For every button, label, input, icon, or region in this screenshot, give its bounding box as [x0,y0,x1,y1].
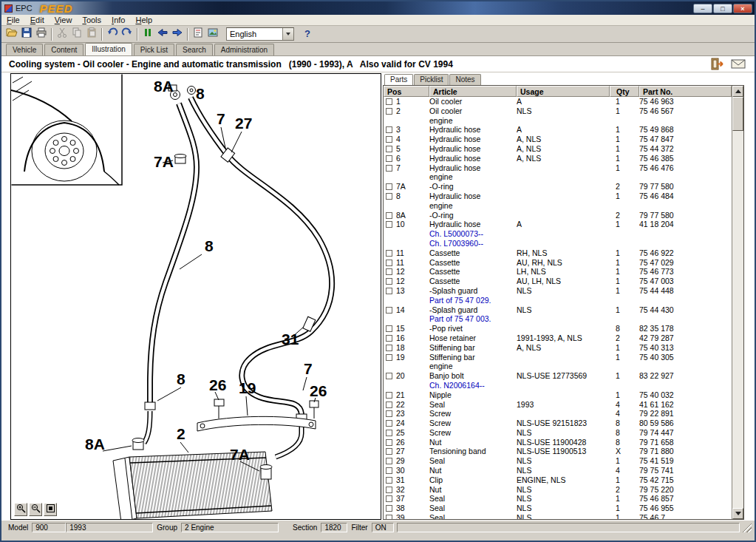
mail-button[interactable] [731,58,746,70]
row-checkbox[interactable] [386,126,392,133]
table-row[interactable]: 8A-O-ring279 77 580 [384,211,732,220]
row-checkbox[interactable] [386,325,392,332]
tab-administration[interactable]: Administration [214,44,274,55]
row-checkbox[interactable] [386,458,392,464]
table-row[interactable]: 2Oil coolerengineNLS175 46 567 [384,106,732,126]
row-checkbox[interactable] [386,402,392,408]
row-checkbox[interactable] [386,155,392,162]
minimize-button[interactable]: – [693,4,712,13]
forward-button[interactable] [170,27,185,41]
column-header-usage[interactable]: Usage [517,86,610,97]
fit-view-button[interactable] [44,503,57,516]
table-row[interactable]: 7Hydraulic hoseengine175 46 476 [384,163,732,183]
print-button[interactable] [34,27,49,41]
language-select[interactable]: English [226,27,294,41]
table-row[interactable]: 12CassetteAU, LH, NLS175 47 003 [384,277,732,286]
menu-help[interactable]: Help [130,16,157,24]
zoom-in-button[interactable] [14,503,27,516]
table-row[interactable]: 13-Splash guardPart of 75 47 029.NLS175 … [384,286,732,305]
table-row[interactable]: 20Banjo boltCh. N2006164--NLS-USE 127735… [384,371,732,390]
row-checkbox[interactable] [386,278,392,285]
row-checkbox[interactable] [386,307,392,314]
redo-button[interactable] [120,27,134,41]
table-row[interactable]: 39SealNLS175 46 7 [384,513,732,519]
table-row[interactable]: 8Hydraulic hoseengine175 46 484 [384,192,732,211]
menu-info[interactable]: Info [106,16,130,24]
parts-scrollbar[interactable] [732,86,743,519]
table-row[interactable]: 5Hydraulic hoseA, NLS175 44 372 [384,144,732,154]
row-checkbox[interactable] [386,221,392,228]
row-checkbox[interactable] [386,288,392,294]
row-checkbox[interactable] [386,448,392,455]
image-view-button[interactable] [205,27,220,41]
open-button[interactable] [4,27,19,41]
scrollbar-thumb[interactable] [732,97,743,131]
row-checkbox[interactable] [386,345,392,351]
table-row[interactable]: 6Hydraulic hoseA, NLS175 46 385 [384,154,732,163]
menu-view[interactable]: View [50,16,78,24]
pause-button[interactable] [140,27,155,41]
article-link[interactable]: Part of 75 47 003. [429,314,517,324]
row-checkbox[interactable] [386,354,392,361]
close-button[interactable]: × [733,4,752,13]
column-header-partno[interactable]: Part No. [639,86,732,97]
table-row[interactable]: 23Screw479 22 891 [384,409,732,419]
table-row[interactable]: 26NutNLS-USE 11900428879 71 658 [384,438,732,447]
article-link[interactable]: Ch. N2006164-- [429,381,517,390]
row-checkbox[interactable] [386,108,392,115]
row-checkbox[interactable] [386,495,392,502]
scroll-up-button[interactable] [732,86,743,97]
table-row[interactable]: 32NutNLS279 75 220 [384,485,732,495]
parts-tab-picklist[interactable]: Picklist [414,74,449,85]
row-checkbox[interactable] [386,515,392,519]
scroll-down-button[interactable] [732,508,743,519]
table-row[interactable]: 1Oil coolerA175 46 963 [384,97,732,106]
row-checkbox[interactable] [386,193,392,200]
back-button[interactable] [155,27,170,41]
undo-button[interactable] [105,27,120,41]
tab-content[interactable]: Content [44,44,84,55]
row-checkbox[interactable] [386,439,392,446]
table-row[interactable]: 37SealNLS175 46 857 [384,494,732,504]
cut-button[interactable] [55,27,69,41]
table-row[interactable]: 12CassetteLH, NLS175 46 773 [384,267,732,277]
table-row[interactable]: 11CassetteRH, NLS175 46 922 [384,248,732,258]
row-checkbox[interactable] [386,136,392,143]
table-row[interactable]: 18Stiffening barA, NLS175 40 313 [384,343,732,353]
row-checkbox[interactable] [386,477,392,484]
table-row[interactable]: 15-Pop rivet882 35 178 [384,324,732,333]
table-row[interactable]: 10Hydraulic hoseCh. L5000073--Ch. L70039… [384,220,732,248]
paste-button[interactable] [84,27,99,41]
maximize-button[interactable]: □ [713,4,732,13]
table-row[interactable]: 3Hydraulic hoseA175 49 868 [384,125,732,135]
menu-file[interactable]: File [1,16,25,24]
row-checkbox[interactable] [386,392,392,399]
article-link[interactable]: Part of 75 47 029. [429,296,517,305]
column-header-article[interactable]: Article [429,86,517,97]
save-button[interactable] [19,27,34,41]
table-row[interactable]: 38SealNLS175 46 955 [384,504,732,513]
row-checkbox[interactable] [386,268,392,275]
report-button[interactable] [191,27,205,41]
row-checkbox[interactable] [386,420,392,427]
row-checkbox[interactable] [386,487,392,493]
table-row[interactable]: 24ScrewNLS-USE 92151823880 59 586 [384,419,732,428]
article-link[interactable]: Ch. L7003960-- [429,239,517,248]
column-header-qty[interactable]: Qty [610,86,639,97]
row-checkbox[interactable] [386,250,392,257]
copy-button[interactable] [69,27,84,41]
column-header-pos[interactable]: Pos [384,86,429,97]
table-row[interactable]: 19Stiffening barengine175 40 305 [384,353,732,372]
row-checkbox[interactable] [386,467,392,474]
table-row[interactable]: 27Tensioning bandNLS-USE 11900513X79 71 … [384,447,732,456]
article-link[interactable]: Ch. L5000073-- [429,229,517,239]
row-checkbox[interactable] [386,165,392,172]
row-checkbox[interactable] [386,260,392,266]
menu-edit[interactable]: Edit [25,16,50,24]
row-checkbox[interactable] [386,183,392,190]
tab-vehicle[interactable]: Vehicle [6,44,43,55]
row-checkbox[interactable] [386,410,392,417]
menu-tools[interactable]: Tools [77,16,106,24]
table-row[interactable]: 7A-O-ring279 77 580 [384,182,732,192]
row-checkbox[interactable] [386,430,392,436]
